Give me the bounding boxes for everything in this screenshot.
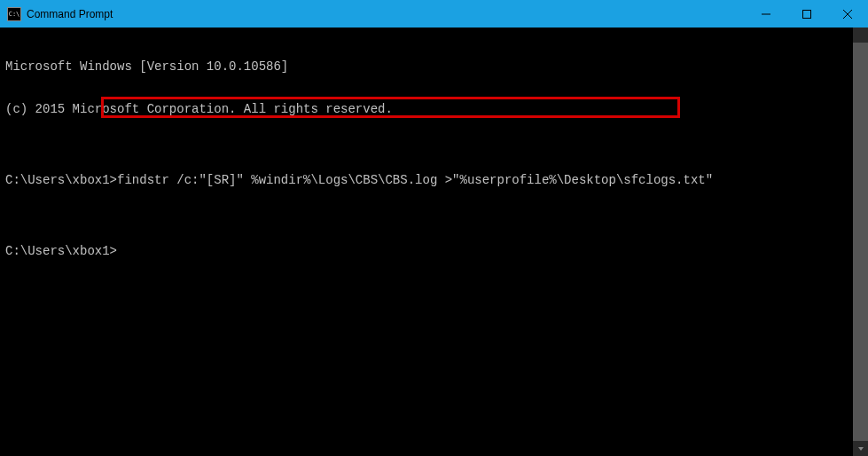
terminal-line: Microsoft Windows [Version 10.0.10586] [5, 59, 863, 74]
scroll-down-arrow-icon[interactable] [853, 441, 868, 456]
terminal-output[interactable]: Microsoft Windows [Version 10.0.10586] (… [0, 28, 868, 456]
window-controls [746, 0, 868, 28]
terminal-line: (c) 2015 Microsoft Corporation. All righ… [5, 102, 863, 116]
minimize-button[interactable] [746, 0, 786, 28]
terminal-line-command: C:\Users\xbox1>findstr /c:"[SR]" %windir… [5, 173, 863, 187]
vertical-scrollbar[interactable] [853, 28, 868, 456]
window-title: Command Prompt [27, 8, 746, 20]
close-button[interactable] [827, 0, 868, 28]
scroll-thumb[interactable] [853, 43, 868, 441]
cmd-icon: C:\ [7, 7, 21, 21]
title-bar: C:\ Command Prompt [0, 0, 868, 28]
terminal-prompt: C:\Users\xbox1> [5, 244, 863, 258]
svg-rect-1 [803, 10, 811, 18]
maximize-button[interactable] [786, 0, 827, 28]
